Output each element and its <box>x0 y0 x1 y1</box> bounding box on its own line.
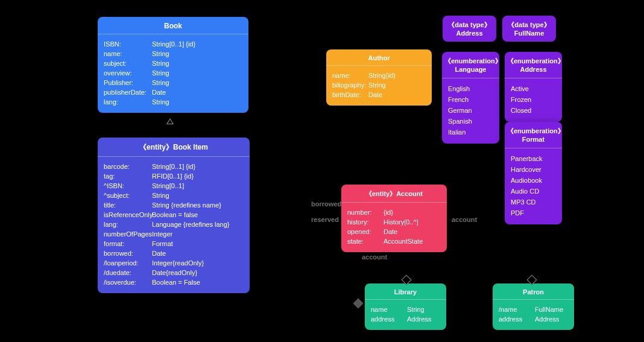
class-body: number:{id} history:History[0..^] opened… <box>341 203 447 252</box>
assoc-label-reserved: reserved <box>311 216 339 223</box>
attr-row: /isoverdue:Boolean = False <box>104 277 244 287</box>
class-title: 《enumberation》 Format <box>505 122 562 148</box>
enum-item: Audiobook <box>511 175 556 186</box>
class-patron[interactable]: Patron /nameFullName addressAddress <box>493 283 574 330</box>
enum-language[interactable]: 《enumberation》 Language English French G… <box>442 52 499 144</box>
enum-item: PDF <box>511 207 556 218</box>
datatype-fullname[interactable]: 《data type》 FullName <box>502 16 556 42</box>
class-title: Author <box>326 49 432 66</box>
class-body: Panerback Hardcover Audiobook Audio CD M… <box>505 148 562 224</box>
class-body: Active Frozen Closed <box>505 78 562 122</box>
attr-row: addressAddress <box>371 314 440 324</box>
class-title: Library <box>365 283 446 300</box>
attr-row: title:String {redefines name} <box>104 200 244 210</box>
enum-item: English <box>448 83 493 94</box>
class-body: name:String{id} biliography:String birth… <box>326 66 432 106</box>
attr-row: nameString <box>371 305 440 314</box>
attr-row: opened:Date <box>347 227 441 236</box>
class-body: /nameFullName addressAddress <box>493 300 574 330</box>
class-title: Book <box>98 17 248 34</box>
class-author[interactable]: Author name:String{id} biliography:Strin… <box>326 49 432 106</box>
enum-item: Active <box>511 83 556 94</box>
enum-item: French <box>448 94 493 105</box>
enum-item: Closed <box>511 105 556 116</box>
attr-row: subject:String <box>104 59 242 68</box>
class-body: barcode:String[0..1] {id} tag:RFID[0..1]… <box>98 157 250 293</box>
class-body: ISBN:String[0..1] {id} name:String subje… <box>98 34 248 113</box>
attr-row: publisherDate:Date <box>104 87 242 97</box>
attr-row: history:History[0..^] <box>347 217 441 227</box>
enum-item: Panerback <box>511 153 556 164</box>
class-body: nameString addressAddress <box>365 300 446 330</box>
enum-item: Frozen <box>511 94 556 105</box>
attr-row: biliography:String <box>332 80 426 90</box>
attr-row: ^ISBN:String[0..1] <box>104 181 244 191</box>
enum-item: Spanish <box>448 116 493 127</box>
attr-row: format:Format <box>104 239 244 249</box>
attr-row: numberOfPages:Integer <box>104 229 244 239</box>
attr-row: birthDate:Date <box>332 90 426 100</box>
attr-row: borrowed:Date <box>104 249 244 258</box>
class-account[interactable]: 《entity》Account number:{id} history:Hist… <box>341 185 447 252</box>
attr-row: name:String <box>104 49 242 59</box>
class-book-item[interactable]: 《entity》Book Item barcode:String[0..1] {… <box>98 138 250 293</box>
attr-row: ^subject:String <box>104 191 244 200</box>
datatype-address[interactable]: 《data type》 Address <box>443 16 496 42</box>
class-title: Patron <box>493 283 574 300</box>
attr-row: /duedate:Date{readOnly} <box>104 268 244 277</box>
attr-row: overview:String <box>104 68 242 78</box>
enum-format[interactable]: 《enumberation》 Format Panerback Hardcove… <box>505 122 562 224</box>
class-title: 《enumberation》 Language <box>442 52 499 78</box>
enum-address[interactable]: 《enumberation》 Address Active Frozen Clo… <box>505 52 562 122</box>
attr-row: barcode:String[0..1] {id} <box>104 162 244 171</box>
attr-row: number:{id} <box>347 207 441 217</box>
class-title: 《entity》Account <box>341 185 447 203</box>
attr-row: lang:String <box>104 97 242 107</box>
class-body: English French German Spanish Italian <box>442 78 499 144</box>
attr-row: Publisher:String <box>104 78 242 87</box>
class-title: 《data type》 Address <box>443 16 496 42</box>
assoc-label-borrowed: borrowed <box>311 200 341 207</box>
attr-row: tag:RFID[0..1] {id} <box>104 171 244 181</box>
attr-row: ISBN:String[0..1] {id} <box>104 39 242 49</box>
assoc-label-account: account <box>452 216 477 223</box>
attr-row: state:AccountState <box>347 236 441 246</box>
enum-item: MP3 CD <box>511 197 556 207</box>
enum-item: Hardcover <box>511 164 556 175</box>
class-library[interactable]: Library nameString addressAddress <box>365 283 446 330</box>
enum-item: Italian <box>448 127 493 138</box>
class-title: 《data type》 FullName <box>502 16 556 42</box>
attr-row: /loanperiod:Integer{readOnly} <box>104 258 244 268</box>
attr-row: name:String{id} <box>332 71 426 80</box>
class-title: 《enumberation》 Address <box>505 52 562 78</box>
enum-item: Audio CD <box>511 186 556 197</box>
attr-row: addressAddress <box>499 314 568 324</box>
attr-row: /nameFullName <box>499 305 568 314</box>
composition-diamond-icon <box>353 299 364 309</box>
class-book[interactable]: Book ISBN:String[0..1] {id} name:String … <box>98 17 248 113</box>
enum-item: German <box>448 105 493 116</box>
class-title: 《entity》Book Item <box>98 138 250 157</box>
assoc-label-account2: account <box>362 253 387 261</box>
attr-row: lang:Language {redefines lang} <box>104 220 244 229</box>
generalization-arrow-icon <box>166 118 174 124</box>
attr-row: isReferenceOnlyBoolean = false <box>104 210 244 220</box>
